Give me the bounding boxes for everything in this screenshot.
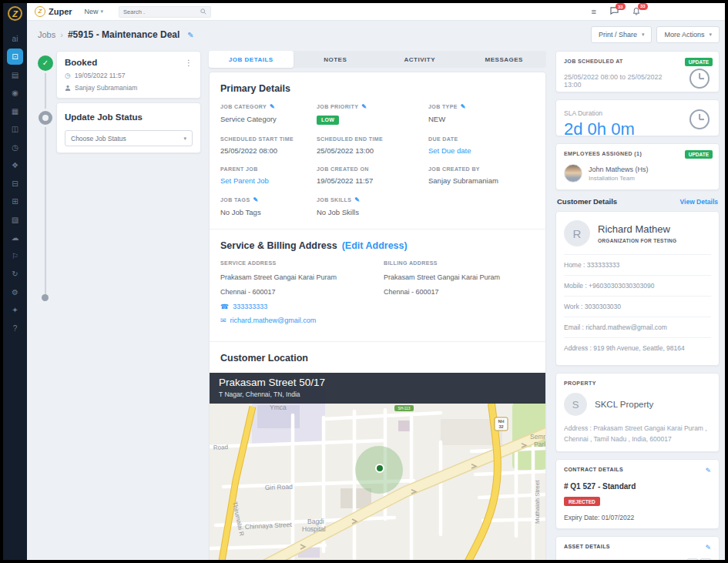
address-section-title: Service & Billing Address (Edit Address) — [220, 240, 535, 251]
page-header: Jobs › #5915 - Maintenance Deal ✎ Print … — [38, 25, 720, 45]
tab-messages[interactable]: MESSAGES — [462, 51, 547, 68]
service-address-block: SERVICE ADDRESS Prakasam Street Gangai K… — [220, 260, 384, 330]
edit-contract-icon[interactable]: ✎ — [705, 467, 711, 474]
reports-icon[interactable]: ▨ — [7, 212, 23, 228]
breadcrumb-separator: › — [60, 30, 63, 39]
asset-edit-icon[interactable]: ✎ — [687, 558, 698, 560]
nh32-badge: NH 32 — [495, 417, 508, 431]
right-sidebar: JOB SCHEDULED AT UPDATE 25/05/2022 08:00… — [555, 51, 720, 560]
edit-title-icon[interactable]: ✎ — [187, 31, 193, 39]
contract-name: # Q1 527 - Standard — [564, 482, 711, 491]
brand-name: Zuper — [49, 7, 72, 16]
field-job-created-by: JOB CREATED BYSanjay Subramaniam — [428, 166, 535, 185]
field-label: JOB TYPE✎ — [428, 103, 535, 110]
field-job-skills: JOB SKILLS✎No Job Skills — [317, 196, 428, 216]
top-bar: Z Zuper New▾ ≡ 33 33 — [27, 3, 725, 21]
email-link[interactable]: ✉richard.mathew@gmail.com — [220, 317, 384, 324]
print-share-button[interactable]: Print / Share▾ — [591, 26, 653, 43]
notifications-icon[interactable]: ⚐ — [7, 248, 23, 264]
edit-icon[interactable]: ✎ — [461, 103, 466, 110]
files-icon[interactable]: ⊞ — [7, 193, 23, 209]
invoices-icon[interactable]: ▦ — [7, 103, 23, 119]
notifications-bell-icon[interactable]: 33 — [632, 7, 640, 17]
left-nav-rail: Z ai⊡▤◉▦◫◷❖⊟⊞▨☁⚐↻⚙✦? — [3, 3, 27, 560]
list-view-icon[interactable]: ≡ — [592, 8, 596, 16]
employees-assigned-card: EMPLOYEES ASSIGNED (1) UPDATE John Mathe… — [555, 143, 720, 190]
customer-name: Richard Mathew — [598, 223, 676, 235]
more-actions-button[interactable]: More Actions▾ — [656, 26, 720, 43]
help-icon[interactable]: ? — [7, 320, 23, 337]
field-value: No Job Tags — [220, 208, 317, 216]
edit-icon[interactable]: ✎ — [253, 196, 258, 203]
field-label: JOB CREATED BY — [428, 166, 535, 172]
detail-tabs: JOB DETAILSNOTESACTIVITYMESSAGES — [209, 51, 546, 68]
phone-link[interactable]: ☎333333333 — [220, 303, 384, 310]
modules-icon[interactable]: ⚙ — [7, 284, 23, 300]
parts-services-icon[interactable]: ❖ — [7, 157, 23, 173]
edit-icon[interactable]: ✎ — [354, 196, 360, 203]
person-icon — [65, 85, 71, 91]
search-input[interactable] — [123, 8, 200, 15]
contract-expiry: Expiry Date: 01/07/2022 — [564, 514, 711, 521]
brand: Z Zuper — [35, 6, 72, 17]
map-label-giri-road: Giri Road — [265, 482, 294, 491]
customers-icon[interactable]: ◉ — [7, 85, 23, 101]
field-value[interactable]: Set Due date — [428, 146, 535, 155]
tab-activity[interactable]: ACTIVITY — [377, 51, 462, 68]
page-title: #5915 - Maintenance Deal — [68, 29, 179, 40]
kebab-menu-icon[interactable]: ⋮ — [185, 59, 193, 67]
job-status-select[interactable]: Choose Job Status▾ — [65, 130, 193, 146]
divider — [210, 341, 545, 342]
job-status-timeline: ✓ Booked ⋮ ◷19/05/2022 11:57 Sanjay Subr… — [38, 51, 203, 313]
svg-text:NH: NH — [498, 419, 505, 424]
field-job-category: JOB CATEGORY✎Service Category — [220, 103, 317, 125]
tab-notes[interactable]: NOTES — [294, 51, 378, 68]
field-label: JOB PRIORITY✎ — [317, 103, 428, 110]
customer-location-map[interactable]: Prakasam Street 50/17 T Nagar, Chennai, … — [210, 373, 545, 561]
timesheets-icon[interactable]: ◷ — [7, 139, 23, 156]
chat-icon[interactable]: ⊟ — [7, 176, 23, 192]
edit-address-link[interactable]: (Edit Address) — [342, 240, 408, 251]
update-status-title: Update Job Status — [65, 112, 143, 122]
edit-icon[interactable]: ✎ — [361, 103, 367, 110]
field-label: PARENT JOB — [220, 166, 317, 172]
customer-details-header: Customer Details View Details — [557, 197, 718, 206]
primary-details-title: Primary Details — [220, 83, 535, 94]
view-details-link[interactable]: View Details — [680, 198, 718, 206]
edit-icon[interactable]: ✎ — [270, 103, 275, 110]
customer-organization: ORGANIZATION FOR TESTING — [598, 238, 676, 243]
edit-asset-icon[interactable]: ✎ — [705, 544, 711, 551]
integrations-icon[interactable]: ☁ — [7, 230, 23, 246]
field-value: 25/05/2022 08:00 — [220, 146, 317, 155]
ai-assistant-icon[interactable]: ai — [7, 31, 23, 47]
map-label-hospital: Hospital — [302, 525, 326, 533]
breadcrumb-jobs[interactable]: Jobs — [38, 30, 55, 39]
notifications-badge: 33 — [638, 3, 648, 10]
new-button[interactable]: New▾ — [85, 8, 104, 15]
app-window: Z ai⊡▤◉▦◫◷❖⊟⊞▨☁⚐↻⚙✦? Z Zuper New▾ ≡ 33 3… — [3, 3, 725, 560]
settings-icon[interactable]: ✦ — [7, 302, 23, 318]
sync-icon[interactable]: ↻ — [7, 266, 23, 282]
field-value[interactable]: Set Parent Job — [220, 176, 317, 185]
customer-detail-row: Email : richard.mathew@gmail.com — [564, 317, 711, 337]
field-value: Service Category — [220, 115, 317, 123]
calendar-icon[interactable]: ◫ — [7, 121, 23, 137]
update-job-status-card: Update Job Status Choose Job Status▾ — [56, 102, 201, 153]
field-job-type: JOB TYPE✎NEW — [428, 103, 535, 125]
quotes-icon[interactable]: ▤ — [7, 67, 23, 83]
customer-details-card: R Richard Mathew ORGANIZATION FOR TESTIN… — [555, 211, 720, 366]
search-box[interactable] — [119, 6, 211, 18]
messages-icon[interactable]: 33 — [610, 7, 619, 16]
update-schedule-button[interactable]: UPDATE — [685, 58, 713, 66]
zuper-logo-icon[interactable]: Z — [8, 6, 22, 21]
field-label: DUE DATE — [428, 136, 535, 142]
update-employees-button[interactable]: UPDATE — [685, 150, 713, 159]
field-job-tags: JOB TAGS✎No Job Tags — [220, 196, 317, 216]
field-value: NEW — [428, 115, 535, 123]
top-icons: ≡ 33 33 — [592, 7, 717, 17]
status-booked-check-icon: ✓ — [38, 55, 53, 71]
asset-tools-icon[interactable]: ⚙ — [700, 558, 711, 560]
tab-job-details[interactable]: JOB DETAILS — [209, 51, 294, 68]
field-label: SCHEDULED START TIME — [220, 136, 317, 142]
jobs-icon[interactable]: ⊡ — [7, 49, 23, 65]
